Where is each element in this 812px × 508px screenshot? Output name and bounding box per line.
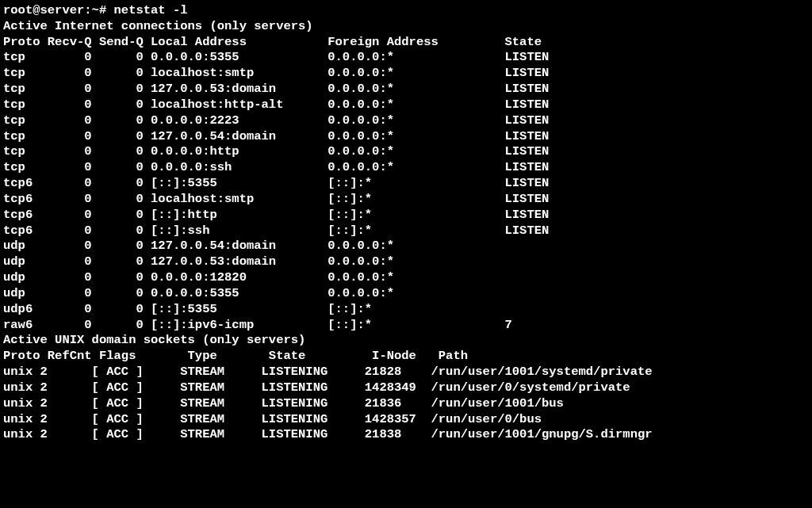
inet-section-header: Active Internet connections (only server… [3, 19, 809, 35]
inet-row: udp 0 0 0.0.0.0:5355 0.0.0.0:* [3, 286, 809, 302]
inet-row: tcp6 0 0 [::]:ssh [::]:* LISTEN [3, 223, 809, 239]
unix-section-header: Active UNIX domain sockets (only servers… [3, 333, 809, 349]
inet-row: tcp 0 0 localhost:http-alt 0.0.0.0:* LIS… [3, 97, 809, 113]
command-line: root@server:~# netstat -l [3, 3, 809, 19]
unix-row: unix 2 [ ACC ] STREAM LISTENING 21836 /r… [3, 396, 809, 412]
inet-row: udp 0 0 127.0.0.54:domain 0.0.0.0:* [3, 239, 809, 254]
inet-row: tcp 0 0 localhost:smtp 0.0.0.0:* LISTEN [3, 66, 809, 82]
inet-row: tcp 0 0 0.0.0.0:http 0.0.0.0:* LISTEN [3, 144, 809, 160]
unix-row: unix 2 [ ACC ] STREAM LISTENING 1428357 … [3, 412, 809, 428]
inet-row: tcp6 0 0 [::]:http [::]:* LISTEN [3, 208, 809, 223]
unix-column-headers: Proto RefCnt Flags Type State I-Node Pat… [3, 349, 809, 365]
terminal-output: root@server:~# netstat -lActive Internet… [3, 3, 809, 443]
inet-row: tcp6 0 0 localhost:smtp [::]:* LISTEN [3, 192, 809, 208]
inet-row: tcp 0 0 127.0.0.54:domain 0.0.0.0:* LIST… [3, 129, 809, 145]
unix-row: unix 2 [ ACC ] STREAM LISTENING 21828 /r… [3, 365, 809, 380]
inet-row: udp 0 0 0.0.0.0:12820 0.0.0.0:* [3, 270, 809, 286]
inet-row: tcp 0 0 127.0.0.53:domain 0.0.0.0:* LIST… [3, 82, 809, 97]
inet-row: udp 0 0 127.0.0.53:domain 0.0.0.0:* [3, 254, 809, 270]
inet-row: udp6 0 0 [::]:5355 [::]:* [3, 302, 809, 318]
unix-row: unix 2 [ ACC ] STREAM LISTENING 21838 /r… [3, 427, 809, 443]
inet-column-headers: Proto Recv-Q Send-Q Local Address Foreig… [3, 35, 809, 51]
inet-row: tcp 0 0 0.0.0.0:5355 0.0.0.0:* LISTEN [3, 50, 809, 66]
inet-row: tcp6 0 0 [::]:5355 [::]:* LISTEN [3, 176, 809, 192]
inet-row: raw6 0 0 [::]:ipv6-icmp [::]:* 7 [3, 318, 809, 334]
inet-row: tcp 0 0 0.0.0.0:ssh 0.0.0.0:* LISTEN [3, 160, 809, 176]
inet-row: tcp 0 0 0.0.0.0:2223 0.0.0.0:* LISTEN [3, 113, 809, 129]
unix-row: unix 2 [ ACC ] STREAM LISTENING 1428349 … [3, 380, 809, 396]
